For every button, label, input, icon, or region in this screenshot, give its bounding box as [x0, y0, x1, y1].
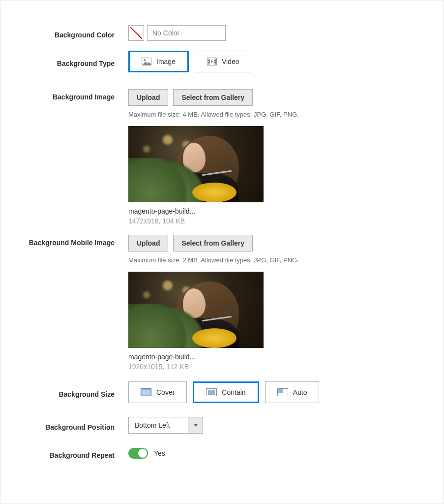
svg-rect-5: [208, 63, 209, 64]
bg-color-input[interactable]: [147, 25, 226, 41]
label-bg-repeat: Background Repeat: [20, 447, 128, 459]
bg-repeat-value-label: Yes: [154, 449, 165, 457]
bg-mobile-image-filemeta: 1920x1015, 112 KB: [128, 363, 264, 371]
svg-rect-14: [278, 389, 283, 393]
label-bg-size: Background Size: [20, 386, 128, 398]
row-bg-color: Background Color: [20, 25, 424, 41]
bg-type-option-video[interactable]: Video: [195, 51, 252, 72]
row-bg-repeat: Background Repeat Yes: [20, 447, 424, 459]
row-bg-position: Background Position Bottom Left: [20, 417, 424, 434]
image-icon: [142, 58, 151, 65]
bg-size-option-auto[interactable]: Auto: [265, 381, 320, 403]
bg-size-auto-label: Auto: [293, 388, 307, 396]
bg-mobile-image-thumb: [128, 272, 264, 348]
row-bg-size: Background Size Cover Contain: [20, 381, 424, 403]
select-gallery-button-mobile[interactable]: Select from Gallery: [173, 235, 253, 252]
video-icon: [207, 58, 217, 65]
contain-icon: [206, 388, 217, 396]
upload-button-mobile[interactable]: Upload: [128, 235, 168, 252]
bg-size-option-cover[interactable]: Cover: [128, 381, 187, 403]
bg-size-option-contain[interactable]: Contain: [193, 381, 259, 403]
svg-rect-12: [208, 390, 215, 395]
no-color-swatch[interactable]: [128, 25, 144, 41]
bg-mobile-image-help: Maximum file size: 2 MB. Allowed file ty…: [128, 256, 299, 264]
select-gallery-button[interactable]: Select from Gallery: [173, 89, 253, 106]
bg-repeat-toggle[interactable]: [128, 448, 148, 459]
label-bg-color: Background Color: [20, 27, 128, 39]
bg-type-option-image[interactable]: Image: [128, 51, 189, 72]
bg-image-filemeta: 1472x918, 104 KB: [128, 217, 264, 225]
bg-position-select[interactable]: Bottom Left: [128, 417, 203, 434]
label-bg-image: Background Image: [20, 89, 128, 101]
label-bg-position: Background Position: [20, 419, 128, 431]
bg-mobile-image-preview[interactable]: magento-page-build... 1920x1015, 112 KB: [128, 272, 264, 371]
bg-image-filename: magento-page-build...: [128, 207, 264, 215]
svg-rect-4: [208, 61, 209, 63]
svg-rect-10: [142, 390, 150, 395]
bg-position-dropdown-button[interactable]: [188, 417, 203, 433]
bg-type-video-label: Video: [222, 58, 239, 65]
bg-position-value: Bottom Left: [129, 417, 188, 433]
bg-type-image-label: Image: [156, 58, 176, 65]
row-bg-type: Background Type Image Video: [20, 51, 424, 72]
upload-button[interactable]: Upload: [128, 89, 168, 106]
cover-icon: [141, 388, 151, 396]
svg-rect-7: [214, 61, 215, 63]
bg-image-preview[interactable]: magento-page-build... 1472x918, 104 KB: [128, 126, 264, 225]
bg-size-contain-label: Contain: [222, 388, 245, 396]
row-bg-image: Background Image Upload Select from Gall…: [20, 89, 424, 225]
svg-rect-8: [214, 63, 215, 64]
bg-size-cover-label: Cover: [156, 388, 175, 396]
bg-image-help: Maximum file size: 4 MB. Allowed file ty…: [128, 111, 299, 118]
settings-panel: Background Color Background Type Image: [0, 0, 444, 504]
chevron-down-icon: [194, 424, 198, 427]
svg-rect-3: [208, 59, 209, 61]
svg-rect-6: [214, 59, 215, 61]
svg-point-1: [144, 59, 146, 61]
label-bg-type: Background Type: [20, 56, 128, 67]
bg-mobile-image-filename: magento-page-build...: [128, 353, 264, 361]
bg-image-thumb: [128, 126, 264, 202]
row-bg-mobile-image: Background Mobile Image Upload Select fr…: [20, 235, 424, 371]
label-bg-mobile-image: Background Mobile Image: [20, 235, 128, 247]
auto-icon: [277, 388, 288, 396]
